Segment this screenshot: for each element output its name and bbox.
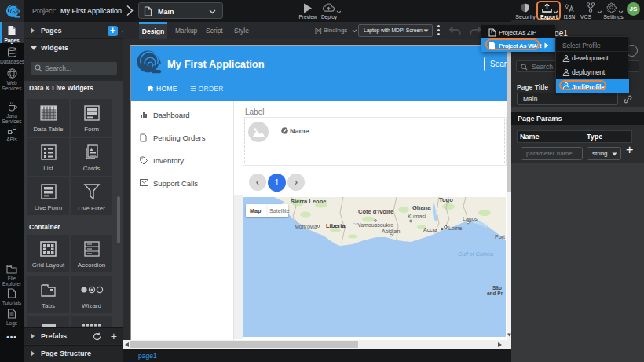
svg-text:Port: Port	[495, 234, 505, 240]
svg-text:Togo: Togo	[439, 197, 453, 203]
svg-text:Lagos: Lagos	[463, 216, 478, 222]
svg-text:Kumasi: Kumasi	[408, 214, 426, 219]
svg-text:Gulf of Guinea: Gulf of Guinea	[458, 251, 493, 257]
svg-text:São: São	[492, 285, 502, 291]
svg-text:Lome: Lome	[448, 225, 463, 231]
svg-text:Ghana: Ghana	[412, 204, 431, 211]
svg-text:Accra: Accra	[423, 227, 437, 232]
svg-text:Yamoussoukro: Yamoussoukro	[357, 222, 393, 228]
svg-text:Liberia: Liberia	[326, 222, 346, 229]
svg-text:Côte d'Ivoire: Côte d'Ivoire	[358, 208, 393, 215]
svg-text:Satellite: Satellite	[269, 207, 290, 214]
svg-text:Sierra Leone: Sierra Leone	[291, 198, 326, 205]
svg-text:Monrovia: Monrovia	[295, 224, 317, 229]
svg-text:and Pr: and Pr	[487, 291, 503, 296]
svg-text:Map: Map	[250, 207, 262, 214]
